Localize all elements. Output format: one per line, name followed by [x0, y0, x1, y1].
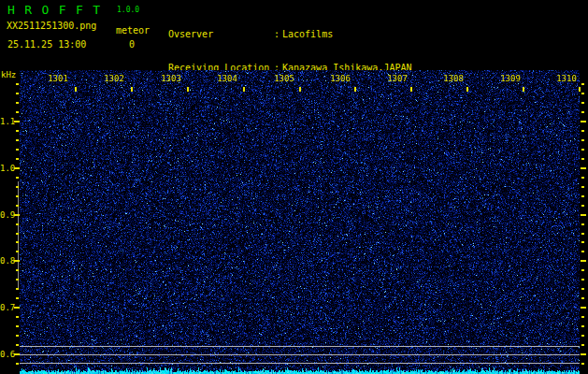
time-axis-tick — [299, 87, 301, 92]
y-axis-major-tick — [581, 121, 586, 122]
y-axis-minor-tick — [16, 335, 19, 337]
time-label: 1308 — [438, 74, 468, 83]
y-axis-major-tick — [14, 121, 20, 122]
y-axis-major-tick — [581, 353, 586, 355]
y-axis-minor-tick — [581, 111, 584, 113]
hrofft-screen: H R O F F T 1.0.0 XX2511251300.png meteo… — [0, 0, 588, 374]
y-axis-minor-tick — [16, 102, 19, 104]
time-label: 1305 — [269, 74, 299, 83]
spectrogram-plot: kHz 1.1 1.0 0.9 0.8 0.7 0.6 1301 1302 13… — [0, 0, 588, 374]
y-axis-minor-tick — [581, 130, 584, 132]
y-axis-minor-tick — [16, 325, 19, 327]
y-axis-label: 0.9 — [0, 210, 15, 220]
y-axis-minor-tick — [16, 195, 19, 197]
y-axis-minor-tick — [581, 195, 584, 197]
reference-line-upper — [20, 346, 580, 347]
time-axis-tick — [354, 87, 356, 92]
y-axis-minor-tick — [16, 83, 19, 85]
axis-marker-bar — [18, 181, 19, 288]
time-axis-tick — [466, 87, 468, 92]
y-axis-minor-tick — [16, 363, 19, 365]
y-axis-label: 0.7 — [0, 303, 15, 312]
reference-line-lower — [20, 363, 580, 364]
y-axis-minor-tick — [581, 102, 584, 104]
y-axis-minor-tick — [581, 363, 584, 365]
y-axis-minor-tick — [16, 139, 19, 141]
y-axis-minor-tick — [581, 177, 584, 179]
y-axis-minor-tick — [16, 111, 19, 113]
y-axis-minor-tick — [581, 297, 584, 299]
time-axis-tick — [187, 87, 189, 92]
y-axis-minor-tick — [16, 297, 19, 299]
y-axis-major-tick — [14, 307, 20, 309]
time-axis-tick — [131, 87, 133, 92]
time-label: 1309 — [495, 74, 525, 83]
time-label: 1307 — [382, 74, 412, 83]
y-axis-minor-tick — [16, 269, 19, 271]
y-axis-minor-tick — [581, 83, 584, 85]
y-axis-minor-tick — [581, 93, 584, 94]
y-axis-minor-tick — [581, 158, 584, 160]
y-axis-major-tick — [581, 307, 586, 309]
time-label: 1301 — [43, 74, 73, 83]
y-axis-unit-label: kHz — [1, 70, 16, 79]
y-axis-minor-tick — [16, 233, 19, 235]
y-axis-minor-tick — [16, 241, 19, 243]
time-axis-tick — [523, 87, 524, 92]
y-axis-minor-tick — [16, 316, 19, 318]
y-axis-minor-tick — [581, 269, 584, 271]
y-axis-minor-tick — [581, 344, 584, 346]
y-axis-minor-tick — [581, 223, 584, 225]
y-axis-minor-tick — [16, 177, 19, 179]
y-axis-minor-tick — [16, 93, 19, 94]
time-label: 1306 — [325, 74, 355, 83]
y-axis-label: 1.0 — [0, 164, 15, 173]
y-axis-minor-tick — [16, 205, 19, 207]
spectrogram-noise-field — [20, 70, 580, 374]
time-label: 1304 — [212, 74, 242, 83]
y-axis-minor-tick — [581, 325, 584, 327]
y-axis-major-tick — [14, 353, 20, 355]
y-axis-minor-tick — [581, 233, 584, 235]
y-axis-minor-tick — [581, 186, 584, 188]
y-axis-minor-tick — [16, 158, 19, 160]
y-axis-minor-tick — [16, 344, 19, 346]
y-axis-minor-tick — [16, 186, 19, 188]
time-label: 1310 — [552, 74, 581, 83]
time-label: 1302 — [99, 74, 129, 83]
y-axis-minor-tick — [581, 149, 584, 151]
y-axis-major-tick — [14, 260, 20, 262]
y-axis-label: 0.8 — [0, 256, 15, 266]
y-axis-minor-tick — [16, 130, 19, 132]
y-axis-minor-tick — [16, 251, 19, 252]
y-axis-minor-tick — [16, 149, 19, 151]
time-axis-tick — [410, 87, 412, 92]
y-axis-minor-tick — [581, 288, 584, 290]
time-axis-tick — [579, 87, 581, 92]
y-axis-minor-tick — [581, 139, 584, 141]
y-axis-minor-tick — [581, 316, 584, 318]
y-axis-minor-tick — [581, 205, 584, 207]
time-axis-tick — [243, 87, 245, 92]
y-axis-minor-tick — [581, 241, 584, 243]
time-label: 1303 — [156, 74, 186, 83]
y-axis-label: 1.1 — [0, 117, 15, 126]
y-axis-major-tick — [581, 214, 586, 216]
y-axis-major-tick — [581, 260, 586, 262]
y-axis-major-tick — [581, 167, 586, 169]
y-axis-minor-tick — [16, 288, 19, 290]
y-axis-minor-tick — [581, 279, 584, 280]
y-axis-major-tick — [14, 214, 20, 216]
y-axis-minor-tick — [581, 251, 584, 252]
y-axis-major-tick — [14, 167, 20, 169]
y-axis-minor-tick — [16, 223, 19, 225]
time-axis-tick — [75, 87, 77, 92]
y-axis-minor-tick — [581, 335, 584, 337]
y-axis-label: 0.6 — [0, 350, 15, 359]
y-axis-minor-tick — [16, 279, 19, 280]
reference-line-center — [20, 354, 580, 355]
